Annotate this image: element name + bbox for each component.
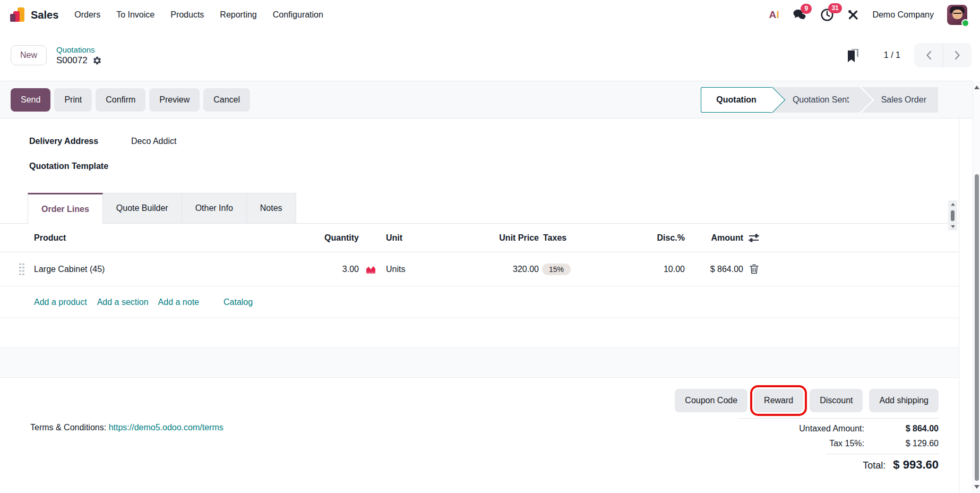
column-product: Product <box>32 233 255 243</box>
tab-notes[interactable]: Notes <box>247 193 296 223</box>
quantity-cell[interactable]: 3.00 <box>255 265 359 274</box>
app-switcher[interactable]: Sales <box>10 7 58 23</box>
column-taxes: Taxes <box>539 233 621 243</box>
total-row: Total: $ 993.60 <box>826 454 939 472</box>
send-button[interactable]: Send <box>11 88 50 112</box>
cancel-button[interactable]: Cancel <box>203 88 250 112</box>
breadcrumb-quotations-link[interactable]: Quotations <box>56 45 102 54</box>
discount-button[interactable]: Discount <box>810 389 863 412</box>
optional-columns-button[interactable] <box>743 233 764 243</box>
column-discount: Disc.% <box>621 233 685 243</box>
menu-products[interactable]: Products <box>170 10 204 20</box>
messages-button[interactable]: 9 <box>793 8 807 22</box>
add-shipping-button[interactable]: Add shipping <box>869 389 939 412</box>
page-scroll-up-icon <box>974 86 979 89</box>
terms-link[interactable]: https://demo5.odoo.com/terms <box>109 423 223 432</box>
statusbar: Send Print Confirm Preview Cancel Quotat… <box>0 81 980 118</box>
sheet-right-border <box>959 118 959 493</box>
tab-other-info[interactable]: Other Info <box>182 193 247 223</box>
avatar-glasses <box>953 13 961 15</box>
debug-tools-button[interactable] <box>847 9 859 21</box>
delivery-address-label: Delivery Address <box>29 137 131 146</box>
pager-count: 1 / 1 <box>884 50 900 60</box>
chevron-left-icon <box>926 50 932 60</box>
menu-orders[interactable]: Orders <box>74 10 100 20</box>
tax-badge[interactable]: 15% <box>542 264 571 275</box>
stage-quotation-sent[interactable]: Quotation Sent <box>772 87 861 113</box>
odoo-sales-quotation-screen: Sales Orders To Invoice Products Reporti… <box>0 0 980 493</box>
order-line-row: Large Cabinet (45) 3.00 Units 320.00 15%… <box>0 252 959 286</box>
menu-configuration[interactable]: Configuration <box>273 10 323 20</box>
activities-button[interactable]: 31 <box>820 8 834 22</box>
add-section-link[interactable]: Add a section <box>97 298 149 307</box>
page-scrollbar-thumb <box>975 174 979 481</box>
sheet-footer: Terms & Conditions: https://demo5.odoo.c… <box>0 418 980 472</box>
untaxed-amount-row: Untaxed Amount: $ 864.00 <box>738 424 939 434</box>
unit-cell[interactable]: Units <box>382 265 441 274</box>
total-value: $ 993.60 <box>893 458 939 472</box>
delivery-address-value[interactable]: Deco Addict <box>131 137 176 146</box>
field-delivery-address: Delivery Address Deco Addict <box>29 137 980 146</box>
unit-price-cell[interactable]: 320.00 <box>441 265 539 274</box>
odoo-logo-icon <box>10 7 25 23</box>
total-label: Total: <box>863 460 886 471</box>
column-quantity: Quantity <box>255 233 359 243</box>
amount-cell: $ 864.00 <box>685 265 743 274</box>
page-scroll-down-icon <box>974 485 979 489</box>
menu-reporting[interactable]: Reporting <box>220 10 256 20</box>
reward-button[interactable]: Reward <box>754 389 803 412</box>
gear-icon[interactable] <box>92 56 102 65</box>
confirm-button[interactable]: Confirm <box>96 88 145 112</box>
coupon-code-button[interactable]: Coupon Code <box>675 389 747 412</box>
add-product-link[interactable]: Add a product <box>34 298 87 307</box>
page-scrollbar[interactable] <box>973 81 980 493</box>
tab-order-lines[interactable]: Order Lines <box>28 193 103 224</box>
form-fields: Delivery Address Deco Addict Quotation T… <box>0 118 980 171</box>
breadcrumb: Quotations S00072 <box>56 45 102 66</box>
status-pipeline: Quotation Quotation Sent Sales Order <box>701 87 938 113</box>
record-actions: Send Print Confirm Preview Cancel <box>11 88 250 112</box>
tax-value: $ 129.60 <box>864 439 939 448</box>
terms-label: Terms & Conditions: <box>30 423 106 432</box>
tab-quote-builder[interactable]: Quote Builder <box>103 193 182 223</box>
empty-row <box>0 318 959 348</box>
inner-scrollbar[interactable] <box>948 200 957 231</box>
stage-quotation[interactable]: Quotation <box>701 87 772 113</box>
main-menu: Orders To Invoice Products Reporting Con… <box>74 10 323 20</box>
menu-to-invoice[interactable]: To Invoice <box>116 10 154 20</box>
scroll-up-arrow-icon <box>951 203 955 206</box>
control-panel: New Quotations S00072 1 / 1 <box>0 30 980 81</box>
messages-badge: 9 <box>801 4 812 14</box>
column-unit: Unit <box>382 233 441 243</box>
bookmark-icon[interactable] <box>847 48 859 63</box>
print-button[interactable]: Print <box>54 88 92 112</box>
table-header: Product Quantity Unit Unit Price Taxes D… <box>0 224 959 252</box>
untaxed-amount-value: $ 864.00 <box>864 424 939 434</box>
app-name: Sales <box>31 9 58 21</box>
top-navbar: Sales Orders To Invoice Products Reporti… <box>0 0 980 30</box>
next-record-button[interactable] <box>943 43 972 67</box>
activities-badge: 31 <box>828 3 841 13</box>
ai-icon[interactable]: AI <box>769 9 779 21</box>
forecast-chart-icon[interactable] <box>359 265 382 274</box>
pager-buttons <box>914 43 972 67</box>
scroll-down-arrow-icon <box>951 225 955 228</box>
drag-handle-icon[interactable] <box>19 262 25 276</box>
catalog-link[interactable]: Catalog <box>223 298 253 307</box>
preview-button[interactable]: Preview <box>149 88 200 112</box>
quotation-template-label: Quotation Template <box>29 162 131 171</box>
add-note-link[interactable]: Add a note <box>158 298 199 307</box>
user-avatar[interactable] <box>947 5 967 25</box>
trash-icon <box>750 264 759 274</box>
column-amount: Amount <box>685 233 743 243</box>
product-cell[interactable]: Large Cabinet (45) <box>32 265 255 274</box>
discount-cell[interactable]: 10.00 <box>621 265 685 274</box>
new-button[interactable]: New <box>11 45 47 65</box>
table-footer-links: Add a product Add a section Add a note C… <box>0 286 959 318</box>
optional-columns-icon <box>748 233 760 243</box>
delete-row-button[interactable] <box>743 264 764 274</box>
systray: AI 9 31 <box>769 5 967 25</box>
company-name[interactable]: Demo Company <box>872 10 934 20</box>
previous-record-button[interactable] <box>914 43 943 67</box>
tools-icon <box>847 9 859 21</box>
